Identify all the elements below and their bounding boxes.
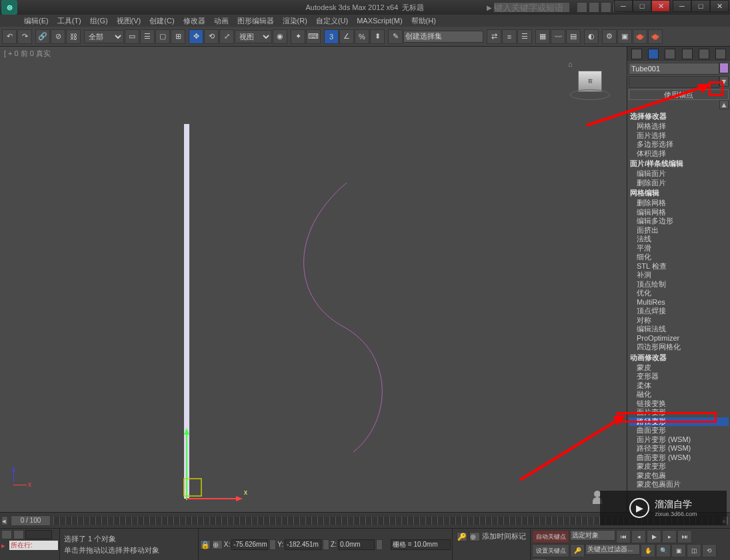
modifier-item[interactable]: 面片变形 (WSM): [629, 435, 729, 445]
render-prod-icon[interactable]: 🫖: [633, 29, 647, 44]
menu-tools[interactable]: 工具(T): [53, 15, 85, 26]
modifier-item[interactable]: 柔体: [629, 381, 729, 391]
coord-z-value[interactable]: 0.0mm: [338, 539, 375, 550]
menu-edit[interactable]: 编辑(E): [20, 15, 53, 26]
modifier-item[interactable]: 体积选择: [629, 149, 729, 159]
modifier-item[interactable]: 编辑网格: [629, 208, 729, 217]
modifier-item[interactable]: 网格选择: [629, 122, 729, 131]
modifier-item[interactable]: 平滑: [629, 244, 729, 253]
modifier-item[interactable]: 曲面变形: [629, 426, 729, 435]
select-scale-icon[interactable]: ⤢: [219, 29, 234, 44]
coord-y-value[interactable]: -182.451m: [285, 539, 321, 550]
modifier-item[interactable]: ProOptimizer: [629, 334, 729, 343]
time-tag-icon[interactable]: ⊕: [469, 532, 480, 541]
lock-selection-icon[interactable]: 🔒: [200, 540, 211, 549]
time-tag-label[interactable]: 添加时间标记: [482, 531, 526, 541]
window-crossing-icon[interactable]: ⊞: [171, 29, 185, 44]
inner-restore-button[interactable]: □: [691, 0, 710, 12]
viewcube-home-icon[interactable]: ⌂: [568, 60, 577, 69]
select-manipulate-icon[interactable]: ✦: [291, 29, 305, 44]
inner-close-button[interactable]: ✕: [710, 0, 729, 12]
modifier-item[interactable]: 蒙皮包裹面片: [629, 480, 729, 489]
user-icon[interactable]: [601, 2, 611, 13]
modifier-list-dropdown[interactable]: [629, 76, 719, 88]
modifier-item[interactable]: 蒙皮: [629, 363, 729, 373]
material-editor-icon[interactable]: ◐: [584, 29, 599, 44]
menu-views[interactable]: 视图(V): [113, 15, 145, 26]
tab-motion[interactable]: [682, 49, 693, 59]
edit-named-sel-icon[interactable]: ✎: [388, 29, 403, 44]
viewcube[interactable]: ⌂ 前: [567, 59, 613, 105]
viewcube-ring[interactable]: [570, 89, 610, 100]
render-setup-icon[interactable]: ⚙: [602, 29, 617, 44]
listener-icon[interactable]: [13, 530, 24, 539]
info-icon[interactable]: [577, 2, 587, 13]
select-rotate-icon[interactable]: ⟲: [204, 29, 219, 44]
selection-filter-select[interactable]: 全部: [84, 30, 124, 43]
modifier-item[interactable]: STL 检查: [629, 262, 729, 271]
tab-modify[interactable]: [648, 49, 659, 59]
time-slider[interactable]: 0 / 100: [11, 515, 51, 526]
coord-x-value[interactable]: -75.626mm: [231, 539, 268, 550]
angle-snap-icon[interactable]: ∠: [339, 29, 354, 44]
bind-spacewarp-icon[interactable]: ⛓: [66, 29, 81, 44]
tab-display[interactable]: [699, 49, 709, 59]
menu-animation[interactable]: 动画: [210, 15, 233, 26]
play-icon[interactable]: ▶: [647, 530, 661, 543]
select-by-name-icon[interactable]: ☰: [140, 29, 155, 44]
modifier-item[interactable]: MultiRes: [629, 298, 729, 307]
modifier-item[interactable]: 编辑面片: [629, 169, 729, 179]
object-name-field[interactable]: Tube001: [629, 63, 719, 75]
modifier-item[interactable]: 面片变形: [629, 408, 729, 417]
mirror-icon[interactable]: ⇄: [487, 29, 501, 44]
modifier-item[interactable]: 优化: [629, 289, 729, 298]
tab-create[interactable]: [631, 49, 642, 59]
modifier-item[interactable]: 路径变形 (WSM): [629, 444, 729, 453]
coord-y-spinner[interactable]: [323, 539, 329, 550]
select-move-icon[interactable]: ✥: [189, 29, 203, 44]
timeline-scroll-left[interactable]: ◂: [1, 516, 8, 525]
spinner-snap-icon[interactable]: ⬍: [370, 29, 385, 44]
coord-z-spinner[interactable]: [376, 539, 383, 550]
key-icon[interactable]: 🔑: [457, 532, 467, 541]
maximize-button[interactable]: □: [633, 0, 651, 12]
modifier-item[interactable]: 面片选择: [629, 131, 729, 141]
close-button[interactable]: ✕: [651, 0, 670, 12]
play-start-icon[interactable]: ⏮: [616, 530, 631, 543]
pivot-center-icon[interactable]: ◉: [273, 29, 287, 44]
play-prev-icon[interactable]: ◂: [631, 530, 646, 543]
nav-pan-icon[interactable]: ✋: [641, 544, 655, 557]
modifier-item[interactable]: 链接变换: [629, 399, 729, 409]
modifier-item[interactable]: 对称: [629, 316, 729, 325]
key-mode-icon[interactable]: 🔑: [570, 544, 585, 557]
menu-group[interactable]: 组(G): [86, 15, 112, 26]
modifier-item[interactable]: 删除面片: [629, 179, 729, 188]
modifier-item[interactable]: 顶点焊接: [629, 307, 729, 316]
coord-x-spinner[interactable]: [269, 539, 276, 550]
modifier-item[interactable]: 编辑法线: [629, 325, 729, 334]
render-icon[interactable]: 🫖: [648, 29, 663, 44]
menu-rendering[interactable]: 渲染(R): [279, 15, 311, 26]
named-selection-input[interactable]: [403, 31, 483, 43]
graphite-icon[interactable]: ▦: [535, 29, 550, 44]
modifier-item[interactable]: 多边形选择: [629, 140, 729, 149]
keyboard-shortcut-icon[interactable]: ⌨: [306, 29, 321, 44]
modifier-list-arrow-icon[interactable]: ▼: [719, 76, 729, 87]
modifier-item[interactable]: 蒙皮包裹: [629, 471, 729, 481]
curve-editor-icon[interactable]: 〰: [551, 29, 565, 44]
modifier-item[interactable]: 细化: [629, 253, 729, 262]
ref-coord-select[interactable]: 视图: [235, 30, 272, 43]
modifier-item[interactable]: 法线: [629, 235, 729, 244]
nav-zoom-icon[interactable]: 🔍: [656, 544, 671, 557]
setkey-button[interactable]: 设置关键点: [532, 544, 569, 557]
modifier-item[interactable]: 面挤出: [629, 226, 729, 235]
modifier-item[interactable]: 曲面变形 (WSM): [629, 453, 729, 463]
render-frame-icon[interactable]: ▣: [617, 29, 632, 44]
modifier-item[interactable]: 路径变形: [629, 417, 729, 427]
mini-listener[interactable]: [25, 530, 52, 539]
menu-maxscript[interactable]: MAXScript(M): [353, 15, 406, 26]
select-region-icon[interactable]: ▢: [155, 29, 170, 44]
percent-snap-icon[interactable]: %: [355, 29, 369, 44]
menu-help[interactable]: 帮助(H): [407, 15, 440, 26]
autokey-button[interactable]: 自动关键点: [532, 530, 569, 543]
